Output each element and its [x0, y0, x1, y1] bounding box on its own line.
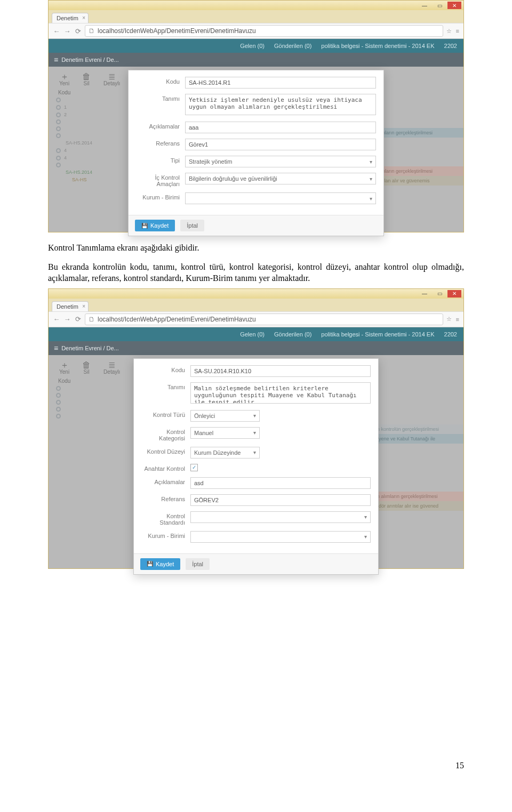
top-link-gelen[interactable]: Gelen (0) — [240, 331, 265, 337]
window-titlebar: — ▭ ✕ — [49, 1, 463, 10]
page-icon: 🗋 — [89, 27, 95, 35]
window-titlebar: — ▭ ✕ — [49, 289, 463, 299]
label-kodu: Kodu — [141, 365, 190, 373]
checkbox-anahtar-kontrol[interactable]: ✓ — [190, 464, 198, 471]
label-anahtar-kontrol: Anahtar Kontrol — [141, 464, 190, 472]
hamburger-icon[interactable]: ≡ — [54, 55, 58, 64]
window-close-button[interactable]: ✕ — [447, 2, 461, 9]
modal-dialog: Kodu Tanımı Yetkisiz işlemler nedeniyle … — [128, 70, 384, 236]
top-link-policy[interactable]: politika belgesi - Sistem denetimi - 201… — [321, 43, 434, 49]
input-kodu[interactable] — [190, 365, 371, 377]
close-icon[interactable]: × — [82, 15, 85, 21]
browser-tab[interactable]: Denetim × — [52, 301, 89, 311]
star-icon[interactable]: ☆ — [446, 316, 452, 323]
label-kodu: Kodu — [136, 77, 185, 85]
chevron-down-icon: ▾ — [370, 176, 372, 182]
cancel-button[interactable]: İptal — [186, 558, 210, 570]
menu-icon[interactable]: ≡ — [456, 28, 459, 34]
browser-address-bar: ← → ⟳ 🗋 localhost/IcdenWebApp/DenetimEvr… — [49, 311, 463, 327]
url-text: localhost/IcdenWebApp/DenetimEvreni/Dene… — [98, 316, 256, 323]
forward-icon[interactable]: → — [63, 315, 71, 323]
label-aciklamalar: Açıklamalar — [141, 477, 190, 485]
top-link-gonderilen[interactable]: Gönderilen (0) — [274, 331, 311, 337]
menu-icon[interactable]: ≡ — [456, 316, 459, 323]
browser-tab-title: Denetim — [57, 15, 78, 21]
label-kontrol-duzeyi: Kontrol Düzeyi — [141, 447, 190, 455]
input-kodu[interactable] — [185, 77, 376, 89]
label-ic-kontrol: İç Kontrol Amaçları — [136, 173, 185, 187]
hamburger-icon[interactable]: ≡ — [54, 344, 58, 352]
browser-tabs: Denetim × — [49, 299, 463, 311]
main-panel: ＋Yeni 🗑Sil ≣Detaylı Kodu in kontrolün ge… — [49, 355, 463, 568]
chevron-down-icon: ▾ — [253, 449, 256, 455]
star-icon[interactable]: ☆ — [446, 28, 452, 35]
top-link-code[interactable]: 2202 — [444, 331, 457, 337]
window-close-button[interactable]: ✕ — [447, 290, 461, 298]
browser-address-bar: ← → ⟳ 🗋 localhost/IcdenWebApp/DenetimEvr… — [49, 23, 463, 39]
chevron-down-icon: ▾ — [370, 196, 372, 202]
window-min-button[interactable]: — — [418, 290, 431, 298]
select-kontrol-turu[interactable]: Önleyici▾ — [190, 410, 260, 422]
top-link-gelen[interactable]: Gelen (0) — [240, 43, 265, 49]
paragraph: Kontrol Tanımlama ekranı aşağıdaki gibid… — [48, 242, 464, 254]
select-kurum[interactable]: ▾ — [190, 531, 371, 543]
page-number: 15 — [48, 761, 464, 786]
back-icon[interactable]: ← — [53, 27, 60, 35]
reload-icon[interactable]: ⟳ — [74, 27, 82, 35]
label-aciklamalar: Açıklamalar — [136, 122, 185, 130]
select-kurum[interactable]: ▾ — [185, 192, 376, 204]
screenshot-1: — ▭ ✕ Denetim × ← → ⟳ 🗋 localhost/IcdenW… — [48, 0, 464, 232]
top-link-code[interactable]: 2202 — [444, 43, 457, 49]
modal-actions: Kaydet İptal — [134, 553, 378, 574]
save-button[interactable]: Kaydet — [140, 558, 180, 570]
cancel-button[interactable]: İptal — [180, 220, 204, 231]
modal-actions: Kaydet İptal — [129, 215, 383, 236]
label-kontrol-turu: Kontrol Türü — [141, 410, 190, 418]
chevron-down-icon: ▾ — [364, 514, 367, 520]
modal-overlay: Kodu Tanımı Yetkisiz işlemler nedeniyle … — [49, 67, 463, 232]
paragraph: Bu ekranda kontrolün kodu, tanımı, kontr… — [48, 261, 464, 284]
forward-icon[interactable]: → — [63, 27, 71, 35]
select-kontrol-duzeyi[interactable]: Kurum Düzeyinde▾ — [190, 447, 260, 459]
modal-dialog: Kodu Tanımı Malın sözleşmede belirtilen … — [133, 358, 379, 575]
breadcrumb: ≡ Denetim Evreni / De... — [49, 341, 463, 355]
save-button[interactable]: Kaydet — [135, 220, 175, 231]
app-top-strip: Gelen (0) Gönderilen (0) politika belges… — [49, 327, 463, 341]
url-text: localhost/IcdenWebApp/DenetimEvreni/Dene… — [98, 27, 256, 35]
label-tipi: Tipi — [136, 156, 185, 164]
input-aciklamalar[interactable] — [190, 477, 371, 489]
select-ic-kontrol[interactable]: Bilgilerin doğruluğu ve güvenilirliği▾ — [185, 173, 376, 184]
select-kontrol-standardi[interactable]: ▾ — [190, 511, 371, 523]
modal-overlay: Kodu Tanımı Malın sözleşmede belirtilen … — [49, 355, 463, 568]
input-aciklamalar[interactable] — [185, 122, 376, 133]
select-tipi[interactable]: Stratejik yönetim▾ — [185, 156, 376, 167]
screenshot-2: — ▭ ✕ Denetim × ← → ⟳ 🗋 localhost/IcdenW… — [48, 288, 464, 569]
main-panel: ＋Yeni 🗑Sil ≣Detaylı Kodu 1 2 SA-HS.2014 … — [49, 67, 463, 232]
top-link-gonderilen[interactable]: Gönderilen (0) — [274, 43, 311, 49]
browser-tab[interactable]: Denetim × — [52, 13, 89, 23]
window-max-button[interactable]: ▭ — [433, 290, 446, 298]
url-input[interactable]: 🗋 localhost/IcdenWebApp/DenetimEvreni/De… — [85, 25, 443, 37]
label-kurum: Kurum - Birimi — [141, 531, 190, 539]
chevron-down-icon: ▾ — [370, 159, 372, 165]
reload-icon[interactable]: ⟳ — [74, 315, 82, 323]
label-tanimi: Tanımı — [136, 94, 185, 102]
chevron-down-icon: ▾ — [253, 430, 256, 436]
back-icon[interactable]: ← — [53, 315, 60, 323]
input-referans[interactable] — [190, 494, 371, 506]
window-max-button[interactable]: ▭ — [433, 2, 446, 9]
input-referans[interactable] — [185, 139, 376, 150]
label-kontrol-standardi: Kontrol Standardı — [141, 511, 190, 526]
window-min-button[interactable]: — — [418, 2, 431, 9]
label-referans: Referans — [136, 139, 185, 147]
close-icon[interactable]: × — [82, 303, 85, 309]
select-kontrol-kategorisi[interactable]: Manuel▾ — [190, 427, 260, 439]
label-kurum: Kurum - Birimi — [136, 192, 185, 200]
input-tanimi[interactable]: Malın sözleşmede belirtilen kriterlere u… — [190, 382, 371, 404]
input-tanimi[interactable]: Yetkisiz işlemler nedeniyle usulsüz veya… — [185, 94, 376, 115]
breadcrumb: ≡ Denetim Evreni / De... — [49, 53, 463, 67]
url-input[interactable]: 🗋 localhost/IcdenWebApp/DenetimEvreni/De… — [85, 313, 443, 325]
top-link-policy[interactable]: politika belgesi - Sistem denetimi - 201… — [321, 331, 434, 337]
label-tanimi: Tanımı — [141, 382, 190, 390]
app-top-strip: Gelen (0) Gönderilen (0) politika belges… — [49, 39, 463, 53]
